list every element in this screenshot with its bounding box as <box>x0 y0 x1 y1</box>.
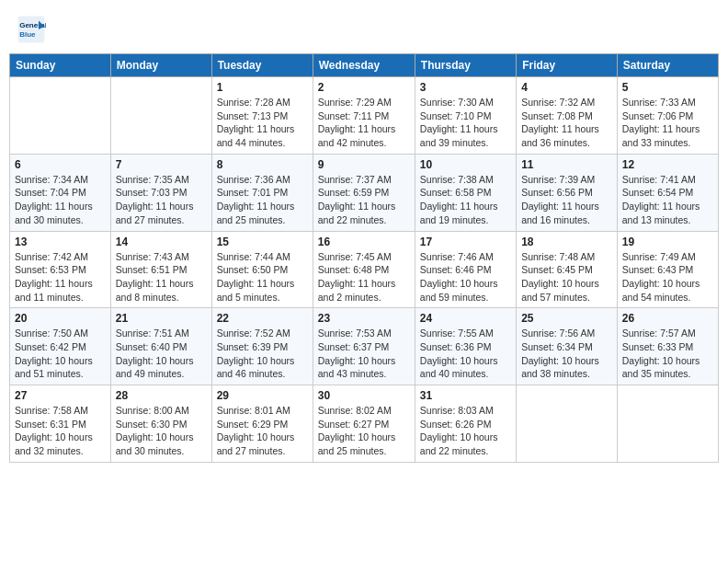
day-info: Sunrise: 7:39 AMSunset: 6:56 PMDaylight:… <box>521 173 612 227</box>
day-number: 31 <box>420 389 511 402</box>
day-number: 17 <box>420 236 511 248</box>
day-number: 15 <box>217 236 308 248</box>
day-info: Sunrise: 8:03 AMSunset: 6:26 PMDaylight:… <box>420 404 511 458</box>
day-number: 26 <box>622 312 713 325</box>
day-number: 4 <box>521 81 612 94</box>
calendar-cell: 9Sunrise: 7:37 AMSunset: 6:59 PMDaylight… <box>313 154 415 231</box>
calendar-cell: 30Sunrise: 8:02 AMSunset: 6:27 PMDayligh… <box>313 385 415 463</box>
calendar-cell: 13Sunrise: 7:42 AMSunset: 6:53 PMDayligh… <box>10 231 111 308</box>
day-info: Sunrise: 7:32 AMSunset: 7:08 PMDaylight:… <box>521 96 612 150</box>
calendar-cell: 8Sunrise: 7:36 AMSunset: 7:01 PMDaylight… <box>211 154 313 231</box>
day-number: 7 <box>116 158 207 171</box>
calendar-week-row: 27Sunrise: 7:58 AMSunset: 6:31 PMDayligh… <box>10 385 719 463</box>
calendar-cell: 4Sunrise: 7:32 AMSunset: 7:08 PMDaylight… <box>517 77 618 155</box>
day-number: 25 <box>521 312 612 325</box>
day-number: 23 <box>318 312 410 325</box>
day-info: Sunrise: 8:02 AMSunset: 6:27 PMDaylight:… <box>318 404 410 458</box>
day-number: 21 <box>116 312 207 325</box>
day-number: 1 <box>217 81 308 94</box>
calendar-week-row: 1Sunrise: 7:28 AMSunset: 7:13 PMDaylight… <box>10 77 719 155</box>
day-number: 19 <box>622 236 713 248</box>
day-info: Sunrise: 7:43 AMSunset: 6:51 PMDaylight:… <box>116 250 207 304</box>
logo-icon: General Blue <box>17 15 46 44</box>
day-info: Sunrise: 7:41 AMSunset: 6:54 PMDaylight:… <box>622 173 713 227</box>
day-number: 2 <box>318 81 410 94</box>
day-info: Sunrise: 7:36 AMSunset: 7:01 PMDaylight:… <box>217 173 308 227</box>
day-number: 24 <box>420 312 511 325</box>
calendar-cell: 29Sunrise: 8:01 AMSunset: 6:29 PMDayligh… <box>211 385 313 463</box>
calendar-cell <box>617 385 718 463</box>
day-number: 22 <box>217 312 308 325</box>
calendar-week-row: 20Sunrise: 7:50 AMSunset: 6:42 PMDayligh… <box>10 308 719 385</box>
day-number: 11 <box>521 158 612 171</box>
day-number: 12 <box>622 158 713 171</box>
day-of-week-header: Monday <box>110 54 211 77</box>
day-info: Sunrise: 7:51 AMSunset: 6:40 PMDaylight:… <box>116 327 207 381</box>
day-info: Sunrise: 7:35 AMSunset: 7:03 PMDaylight:… <box>116 173 207 227</box>
calendar-cell: 3Sunrise: 7:30 AMSunset: 7:10 PMDaylight… <box>415 77 516 155</box>
day-number: 29 <box>217 389 308 402</box>
calendar-cell: 5Sunrise: 7:33 AMSunset: 7:06 PMDaylight… <box>617 77 718 155</box>
day-number: 10 <box>420 158 511 171</box>
calendar-cell: 28Sunrise: 8:00 AMSunset: 6:30 PMDayligh… <box>110 385 211 463</box>
day-info: Sunrise: 7:44 AMSunset: 6:50 PMDaylight:… <box>217 250 308 304</box>
day-info: Sunrise: 8:01 AMSunset: 6:29 PMDaylight:… <box>217 404 308 458</box>
day-info: Sunrise: 7:53 AMSunset: 6:37 PMDaylight:… <box>318 327 410 381</box>
calendar-cell: 17Sunrise: 7:46 AMSunset: 6:46 PMDayligh… <box>415 231 516 308</box>
day-info: Sunrise: 7:33 AMSunset: 7:06 PMDaylight:… <box>622 96 713 150</box>
day-number: 30 <box>318 389 410 402</box>
calendar-week-row: 13Sunrise: 7:42 AMSunset: 6:53 PMDayligh… <box>10 231 719 308</box>
calendar-cell <box>110 77 211 155</box>
day-info: Sunrise: 8:00 AMSunset: 6:30 PMDaylight:… <box>116 404 207 458</box>
day-info: Sunrise: 7:46 AMSunset: 6:46 PMDaylight:… <box>420 250 511 304</box>
day-number: 8 <box>217 158 308 171</box>
header: General Blue <box>9 9 719 50</box>
calendar-cell: 19Sunrise: 7:49 AMSunset: 6:43 PMDayligh… <box>617 231 718 308</box>
day-info: Sunrise: 7:45 AMSunset: 6:48 PMDaylight:… <box>318 250 410 304</box>
calendar-cell: 22Sunrise: 7:52 AMSunset: 6:39 PMDayligh… <box>211 308 313 385</box>
day-number: 16 <box>318 236 410 248</box>
day-info: Sunrise: 7:48 AMSunset: 6:45 PMDaylight:… <box>521 250 612 304</box>
calendar-body: 1Sunrise: 7:28 AMSunset: 7:13 PMDaylight… <box>10 77 719 463</box>
day-info: Sunrise: 7:38 AMSunset: 6:58 PMDaylight:… <box>420 173 511 227</box>
day-number: 14 <box>116 236 207 248</box>
day-number: 5 <box>622 81 713 94</box>
day-of-week-header: Tuesday <box>211 54 313 77</box>
day-info: Sunrise: 7:30 AMSunset: 7:10 PMDaylight:… <box>420 96 511 150</box>
day-number: 9 <box>318 158 410 171</box>
logo: General Blue <box>17 15 50 44</box>
calendar-cell: 27Sunrise: 7:58 AMSunset: 6:31 PMDayligh… <box>10 385 111 463</box>
day-info: Sunrise: 7:57 AMSunset: 6:33 PMDaylight:… <box>622 327 713 381</box>
calendar-cell: 20Sunrise: 7:50 AMSunset: 6:42 PMDayligh… <box>10 308 111 385</box>
day-info: Sunrise: 7:34 AMSunset: 7:04 PMDaylight:… <box>15 173 106 227</box>
svg-text:Blue: Blue <box>19 30 36 39</box>
calendar-cell <box>517 385 618 463</box>
day-number: 27 <box>15 389 106 402</box>
calendar-cell: 25Sunrise: 7:56 AMSunset: 6:34 PMDayligh… <box>517 308 618 385</box>
day-info: Sunrise: 7:29 AMSunset: 7:11 PMDaylight:… <box>318 96 410 150</box>
day-info: Sunrise: 7:50 AMSunset: 6:42 PMDaylight:… <box>15 327 106 381</box>
calendar-cell: 10Sunrise: 7:38 AMSunset: 6:58 PMDayligh… <box>415 154 516 231</box>
day-of-week-header: Thursday <box>415 54 516 77</box>
day-info: Sunrise: 7:55 AMSunset: 6:36 PMDaylight:… <box>420 327 511 381</box>
calendar-cell: 2Sunrise: 7:29 AMSunset: 7:11 PMDaylight… <box>313 77 415 155</box>
day-number: 13 <box>15 236 106 248</box>
calendar-cell <box>10 77 111 155</box>
calendar-cell: 12Sunrise: 7:41 AMSunset: 6:54 PMDayligh… <box>617 154 718 231</box>
day-info: Sunrise: 7:56 AMSunset: 6:34 PMDaylight:… <box>521 327 612 381</box>
calendar-cell: 18Sunrise: 7:48 AMSunset: 6:45 PMDayligh… <box>517 231 618 308</box>
calendar-cell: 31Sunrise: 8:03 AMSunset: 6:26 PMDayligh… <box>415 385 516 463</box>
day-info: Sunrise: 7:58 AMSunset: 6:31 PMDaylight:… <box>15 404 106 458</box>
calendar: SundayMondayTuesdayWednesdayThursdayFrid… <box>9 53 719 463</box>
calendar-cell: 26Sunrise: 7:57 AMSunset: 6:33 PMDayligh… <box>617 308 718 385</box>
calendar-cell: 14Sunrise: 7:43 AMSunset: 6:51 PMDayligh… <box>110 231 211 308</box>
day-of-week-header: Wednesday <box>313 54 415 77</box>
calendar-cell: 23Sunrise: 7:53 AMSunset: 6:37 PMDayligh… <box>313 308 415 385</box>
calendar-cell: 7Sunrise: 7:35 AMSunset: 7:03 PMDaylight… <box>110 154 211 231</box>
days-of-week-row: SundayMondayTuesdayWednesdayThursdayFrid… <box>10 54 719 77</box>
day-info: Sunrise: 7:42 AMSunset: 6:53 PMDaylight:… <box>15 250 106 304</box>
day-info: Sunrise: 7:52 AMSunset: 6:39 PMDaylight:… <box>217 327 308 381</box>
day-info: Sunrise: 7:28 AMSunset: 7:13 PMDaylight:… <box>217 96 308 150</box>
calendar-week-row: 6Sunrise: 7:34 AMSunset: 7:04 PMDaylight… <box>10 154 719 231</box>
day-number: 3 <box>420 81 511 94</box>
